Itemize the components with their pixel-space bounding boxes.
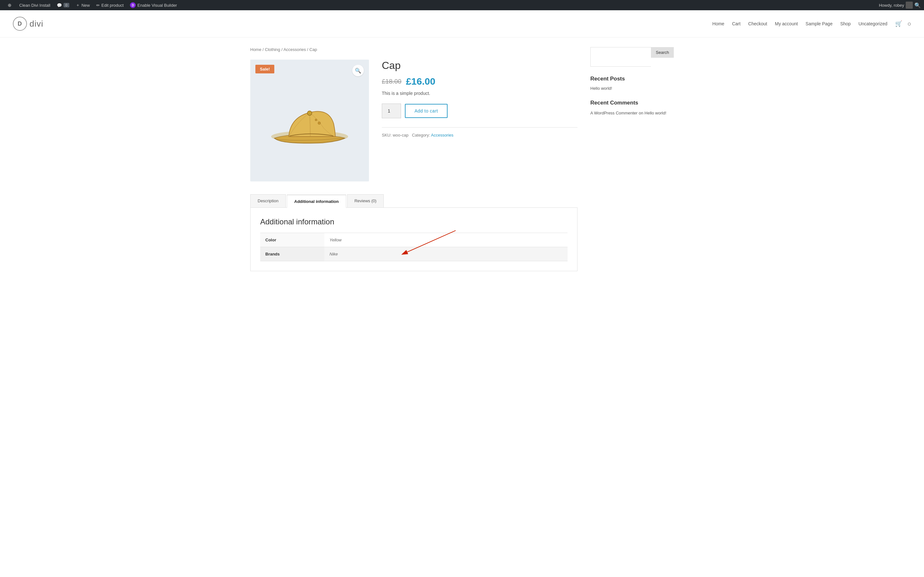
tab-additional-info[interactable]: Additional information bbox=[287, 195, 346, 208]
nav-cart[interactable]: Cart bbox=[732, 21, 740, 26]
admin-bar-right: Howdy, robey 🔍 bbox=[879, 2, 921, 9]
product-description: This is a simple product. bbox=[382, 91, 577, 96]
table-row: Color Yellow bbox=[260, 233, 567, 247]
nav-sample-page[interactable]: Sample Page bbox=[806, 21, 833, 26]
zoom-icon[interactable]: 🔍 bbox=[352, 65, 364, 76]
comments-count: 0 bbox=[63, 3, 69, 7]
product-image[interactable] bbox=[265, 85, 355, 156]
brands-value: Nike bbox=[325, 247, 567, 261]
tab-reviews[interactable]: Reviews (0) bbox=[347, 194, 384, 207]
site-nav: Home Cart Checkout My account Sample Pag… bbox=[712, 20, 911, 27]
recent-posts-section: Recent Posts Hello world! bbox=[590, 76, 674, 91]
comment-post[interactable]: Hello world! bbox=[645, 111, 666, 115]
product-meta: SKU: woo-cap Category: Accessories bbox=[382, 133, 577, 137]
price-old: £18.00 bbox=[382, 78, 401, 85]
breadcrumb: Home / Clothing / Accessories / Cap bbox=[250, 47, 577, 52]
svg-point-2 bbox=[318, 122, 320, 124]
site-name-item[interactable]: Clean Divi Install bbox=[16, 0, 53, 10]
recent-comment-1: A WordPress Commenter on Hello world! bbox=[590, 110, 674, 117]
product-area: Home / Clothing / Accessories / Cap Sale… bbox=[250, 47, 577, 271]
site-header: D divi Home Cart Checkout My account Sam… bbox=[0, 10, 924, 37]
site-logo[interactable]: D divi bbox=[13, 17, 43, 31]
tab-list: Description Additional information Revie… bbox=[250, 194, 577, 208]
additional-info-table: Color Yellow Brands Nike bbox=[260, 233, 567, 261]
sidebar: Search Recent Posts Hello world! Recent … bbox=[590, 47, 674, 271]
sidebar-search-input[interactable] bbox=[590, 47, 651, 67]
product-title: Cap bbox=[382, 60, 577, 71]
comments-item[interactable]: 💬 0 bbox=[53, 0, 73, 10]
divi-builder-item[interactable]: D Enable Visual Builder bbox=[127, 0, 180, 10]
comment-author[interactable]: A WordPress Commenter bbox=[590, 111, 638, 115]
user-avatar[interactable] bbox=[906, 2, 913, 9]
main-content: Home / Clothing / Accessories / Cap Sale… bbox=[237, 37, 687, 281]
product-tabs: Description Additional information Revie… bbox=[250, 194, 577, 271]
logo-letter: D bbox=[18, 21, 22, 27]
sku-value: woo-cap bbox=[393, 133, 409, 137]
edit-product-item[interactable]: ✏ Edit product bbox=[93, 0, 127, 10]
pencil-icon: ✏ bbox=[96, 3, 100, 8]
add-to-cart-button[interactable]: Add to cart bbox=[405, 104, 447, 118]
tab-content-inner: Additional information Color Yellow Bran… bbox=[260, 218, 567, 261]
site-name-label: Clean Divi Install bbox=[19, 3, 50, 8]
product-price: £18.00 £16.00 bbox=[382, 76, 577, 87]
quantity-input[interactable] bbox=[382, 103, 401, 118]
recent-post-link-1[interactable]: Hello world! bbox=[590, 86, 674, 91]
category-value[interactable]: Accessories bbox=[431, 133, 453, 137]
logo-circle: D bbox=[13, 17, 27, 31]
svg-point-3 bbox=[315, 119, 317, 121]
svg-point-1 bbox=[307, 111, 312, 115]
price-new: £16.00 bbox=[406, 76, 435, 87]
nav-my-account[interactable]: My account bbox=[775, 21, 798, 26]
sku-label: SKU: bbox=[382, 133, 391, 137]
product-image-wrap: Sale! 🔍 bbox=[250, 60, 369, 181]
comment-icon: 💬 bbox=[57, 3, 62, 8]
new-item[interactable]: ＋ New bbox=[73, 0, 93, 10]
plus-icon: ＋ bbox=[76, 2, 80, 8]
nav-shop[interactable]: Shop bbox=[840, 21, 851, 26]
breadcrumb-clothing[interactable]: Clothing bbox=[265, 47, 280, 52]
sale-badge: Sale! bbox=[255, 65, 274, 73]
brands-label: Brands bbox=[260, 247, 325, 261]
admin-bar: ⊕ Clean Divi Install 💬 0 ＋ New ✏ Edit pr… bbox=[0, 0, 924, 10]
edit-label: Edit product bbox=[102, 3, 124, 8]
category-label: Category: bbox=[412, 133, 430, 137]
tab-content: Additional information Color Yellow Bran… bbox=[250, 208, 577, 271]
wp-logo-item[interactable]: ⊕ bbox=[3, 0, 16, 10]
comment-on: on bbox=[639, 111, 645, 115]
recent-comments-section: Recent Comments A WordPress Commenter on… bbox=[590, 100, 674, 117]
cart-icon[interactable]: 🛒 bbox=[895, 20, 902, 27]
color-label: Color bbox=[260, 233, 325, 247]
recent-comments-title: Recent Comments bbox=[590, 100, 674, 106]
product-info: Cap £18.00 £16.00 This is a simple produ… bbox=[382, 60, 577, 181]
nav-icons: 🛒 ○ bbox=[895, 20, 911, 27]
color-value: Yellow bbox=[325, 233, 567, 247]
search-icon-admin[interactable]: 🔍 bbox=[914, 2, 921, 8]
nav-checkout[interactable]: Checkout bbox=[748, 21, 767, 26]
table-row: Brands Nike bbox=[260, 247, 567, 261]
wp-logo-icon: ⊕ bbox=[6, 2, 13, 8]
sidebar-search-button[interactable]: Search bbox=[651, 47, 674, 58]
divi-label: Enable Visual Builder bbox=[137, 3, 177, 8]
recent-posts-title: Recent Posts bbox=[590, 76, 674, 82]
breadcrumb-current: Cap bbox=[309, 47, 317, 52]
search-icon-nav[interactable]: ○ bbox=[907, 20, 911, 27]
additional-info-title: Additional information bbox=[260, 218, 567, 226]
tab-description[interactable]: Description bbox=[250, 194, 286, 207]
product-section: Sale! 🔍 bbox=[250, 60, 577, 181]
product-divider bbox=[382, 127, 577, 127]
breadcrumb-home[interactable]: Home bbox=[250, 47, 262, 52]
logo-text: divi bbox=[29, 19, 43, 29]
divi-icon: D bbox=[130, 2, 136, 8]
nav-home[interactable]: Home bbox=[712, 21, 724, 26]
new-label: New bbox=[81, 3, 90, 8]
breadcrumb-accessories[interactable]: Accessories bbox=[283, 47, 306, 52]
howdy-text: Howdy, robey bbox=[879, 3, 904, 8]
nav-uncategorized[interactable]: Uncategorized bbox=[859, 21, 887, 26]
add-to-cart-row: Add to cart bbox=[382, 103, 577, 118]
sidebar-search-form: Search bbox=[590, 47, 674, 67]
